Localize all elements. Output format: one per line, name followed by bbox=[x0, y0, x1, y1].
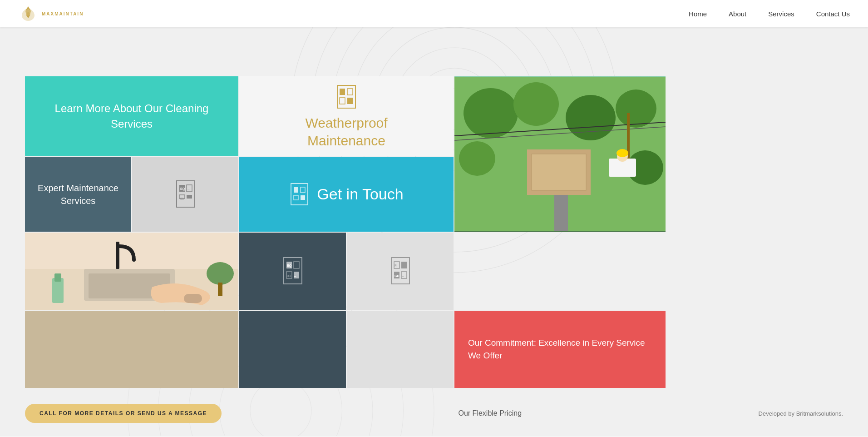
kitchen-svg bbox=[25, 233, 238, 310]
svg-text:--: -- bbox=[187, 187, 190, 190]
svg-rect-48 bbox=[301, 195, 305, 200]
touch-icon bbox=[289, 182, 310, 207]
svg-text:EQ: EQ bbox=[180, 187, 185, 191]
nav-services[interactable]: Services bbox=[768, 8, 794, 20]
weatherproof-icon bbox=[335, 83, 358, 110]
cell-icon-3[interactable]: FI GD -- -- bbox=[347, 233, 454, 310]
svg-text:GD: GD bbox=[395, 274, 399, 278]
cell-cleaning-services[interactable]: Learn More About Our Cleaning Services bbox=[25, 76, 238, 156]
footer-center-text: Our Flexible Pricing bbox=[459, 409, 522, 417]
cell-icon-1[interactable]: EQ 01 -- -- bbox=[132, 157, 238, 232]
svg-rect-61 bbox=[294, 262, 299, 268]
nav-about[interactable]: About bbox=[729, 8, 746, 20]
cell-weatherproof[interactable]: Weatherproof Maintenance bbox=[239, 76, 454, 156]
cell-get-in-touch[interactable]: Get in Touch bbox=[239, 157, 454, 232]
cell-commitment[interactable]: Our Commitment: Excellence in Every Serv… bbox=[454, 311, 666, 388]
svg-rect-18 bbox=[347, 98, 353, 104]
nav-home[interactable]: Home bbox=[689, 8, 707, 20]
main-grid: Learn More About Our Cleaning Services W… bbox=[25, 76, 843, 310]
logo[interactable]: MAXMAINTAIN bbox=[18, 4, 84, 24]
svg-rect-46 bbox=[301, 187, 305, 193]
svg-rect-44 bbox=[291, 184, 308, 205]
nav-contact[interactable]: Contact Us bbox=[816, 8, 850, 20]
kitchen-placeholder bbox=[25, 233, 238, 310]
maintenance-icon: EQ 01 -- -- bbox=[173, 179, 198, 210]
svg-rect-16 bbox=[347, 89, 353, 95]
cell-light-icon-row2 bbox=[347, 311, 454, 388]
svg-point-23 bbox=[616, 89, 656, 128]
cell-expert-maintenance-row: Expert MaintenanceServices EQ 01 -- -- bbox=[25, 157, 238, 232]
svg-text:--: -- bbox=[187, 197, 190, 200]
footer-right-text: Developed by Britmarksolutions. bbox=[759, 410, 843, 417]
svg-rect-28 bbox=[554, 195, 568, 231]
main-nav: Home About Services Contact Us bbox=[689, 8, 850, 20]
utility-photo-placeholder bbox=[454, 76, 666, 232]
svg-rect-56 bbox=[184, 294, 202, 303]
svg-rect-45 bbox=[294, 187, 298, 193]
cell-utility-photo bbox=[454, 76, 666, 232]
svg-text:01: 01 bbox=[180, 197, 184, 200]
svg-point-24 bbox=[459, 141, 495, 176]
site-header: MAXMAINTAIN Home About Services Contact … bbox=[0, 0, 868, 27]
svg-rect-27 bbox=[532, 154, 586, 190]
svg-text:--: -- bbox=[402, 274, 404, 278]
svg-rect-17 bbox=[340, 98, 345, 104]
page-background: Learn More About Our Cleaning Services W… bbox=[0, 27, 868, 436]
logo-text: MAXMAINTAIN bbox=[42, 11, 84, 16]
svg-text:--: -- bbox=[402, 264, 404, 267]
weatherproof-title: Weatherproof Maintenance bbox=[305, 114, 387, 149]
svg-point-34 bbox=[616, 149, 628, 157]
svg-point-20 bbox=[464, 88, 518, 138]
logo-icon bbox=[18, 4, 38, 24]
svg-rect-55 bbox=[54, 273, 61, 282]
svg-text:EQ: EQ bbox=[287, 264, 292, 268]
cleaning-services-text: Learn More About Our Cleaning Services bbox=[39, 101, 225, 131]
get-in-touch-text: Get in Touch bbox=[317, 185, 403, 203]
svg-text:FI: FI bbox=[395, 264, 397, 267]
svg-rect-47 bbox=[294, 195, 298, 200]
dark-icon: EQ 03 -- bbox=[280, 255, 305, 287]
svg-rect-15 bbox=[340, 89, 345, 95]
commitment-text: Our Commitment: Excellence in Every Serv… bbox=[468, 337, 652, 363]
svg-text:--: -- bbox=[294, 274, 296, 278]
svg-point-57 bbox=[207, 262, 234, 285]
cell-kitchen-photo bbox=[25, 233, 238, 310]
svg-text:03: 03 bbox=[287, 274, 291, 278]
expert-maintenance-text: Expert MaintenanceServices bbox=[38, 182, 118, 207]
cell-expert-maintenance[interactable]: Expert MaintenanceServices bbox=[25, 157, 131, 232]
utility-scene-svg bbox=[454, 76, 666, 232]
svg-rect-54 bbox=[52, 278, 64, 303]
svg-point-21 bbox=[513, 82, 559, 126]
cell-kitchen-row2 bbox=[25, 311, 238, 388]
footer-bar: CALL FOR MORE DETAILS OR SEND US A MESSA… bbox=[0, 392, 868, 434]
svg-rect-58 bbox=[218, 283, 222, 296]
light-icon: FI GD -- -- bbox=[388, 255, 413, 287]
cta-button[interactable]: CALL FOR MORE DETAILS OR SEND US A MESSA… bbox=[25, 404, 222, 423]
svg-point-22 bbox=[566, 95, 616, 140]
svg-point-0 bbox=[27, 12, 30, 15]
grid-row4: Our Commitment: Excellence in Every Serv… bbox=[25, 311, 843, 388]
cell-dark-icon-row2 bbox=[239, 311, 346, 388]
cell-icon-2[interactable]: EQ 03 -- bbox=[239, 233, 346, 310]
